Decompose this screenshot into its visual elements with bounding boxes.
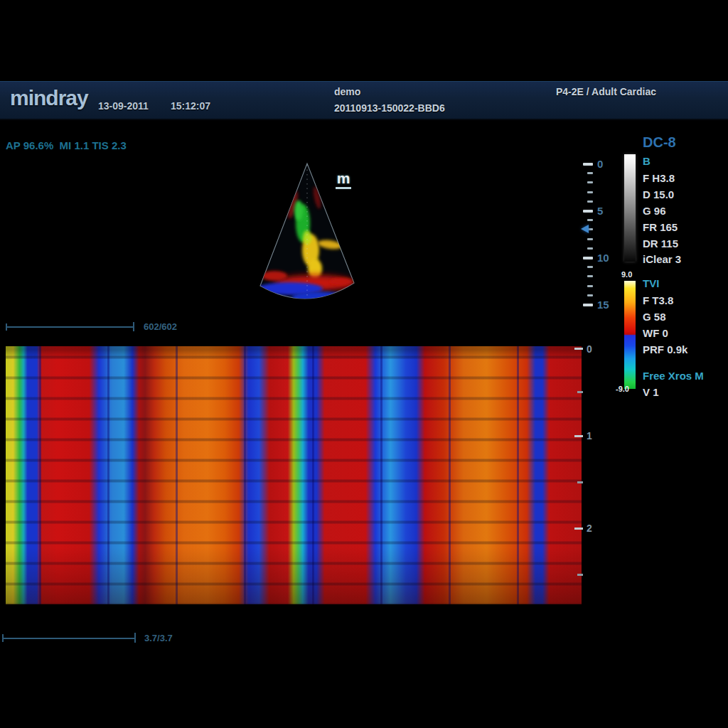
mmode-trace-image [6,346,582,604]
exam-date: 13-09-2011 [98,100,149,112]
depth-label: 5 [597,205,603,217]
tvi-param-prf: PRF 0.9k [643,343,687,355]
depth-label: 10 [597,252,609,264]
mmode-scale-tick [574,528,583,530]
depth-tick [587,275,593,277]
depth-tick [583,163,593,166]
depth-tick [587,219,593,221]
tvi-param-wallfilter: WF 0 [643,327,668,339]
tvi-param-gain: G 58 [643,311,666,323]
depth-tick [587,285,593,287]
tvi-color-map-bar [624,281,636,389]
tvi-scale-max: 9.0 [621,270,632,279]
cine-frame-counter: 602/602 [144,321,177,332]
cine-progress-line [6,326,134,328]
top-information-bar: mindray 13-09-2011 15:12:07 demo 2011091… [0,81,728,120]
mmode-scale-tick [574,348,583,350]
bmode-param-gain: G 96 [643,205,666,217]
gray-map-bar [624,154,636,262]
bmode-param-framerate: FR 165 [643,221,678,233]
depth-tick [587,294,593,296]
depth-scale [583,163,593,305]
patient-name: demo [334,86,360,97]
mmode-scale-tick [577,481,583,483]
exam-id: 20110913-150022-BBD6 [334,102,445,114]
mmode-orientation-marker: m [336,171,351,189]
probe-preset: P4-2E / Adult Cardiac [556,86,656,97]
mmode-scale-tick [577,391,583,393]
sweep-time-start-tick [2,634,4,642]
depth-tick [587,266,593,268]
sweep-time-line [2,638,135,639]
mmode-scale-label: 1 [587,430,592,441]
depth-tick [587,191,593,193]
sweep-time-end-tick [134,633,136,643]
mindray-logo: mindray [10,86,88,110]
depth-tick [583,210,593,213]
acoustic-output-status: AP 96.6% MI 1.1 TIS 2.3 [6,139,127,151]
bmode-param-frequency: F H3.8 [643,172,675,184]
mmode-scale-label: 2 [587,523,592,534]
depth-label: 15 [597,299,609,311]
mmode-scale-label: 0 [587,343,592,355]
cine-progress-end-tick [133,322,134,331]
mmode-scale-tick [577,574,583,576]
depth-tick [587,247,593,250]
bmode-label: B [643,155,651,167]
cine-progress-start-tick [6,323,7,331]
bmode-param-depth: D 15.0 [643,188,674,200]
depth-tick [587,172,593,174]
xros-param-v: V 1 [643,386,659,398]
ultrasound-screen: mindray 13-09-2011 15:12:07 demo 2011091… [0,0,728,728]
depth-tick [587,200,593,203]
depth-label: 0 [597,158,603,170]
depth-tick [583,304,593,306]
depth-tick [587,238,593,240]
sweep-time-counter: 3.7/3.7 [144,633,173,643]
tvi-param-frequency: F T3.8 [643,294,673,306]
depth-tick [587,181,593,183]
exam-time: 15:12:07 [171,100,210,112]
xros-mode-label: Free Xros M [643,370,704,382]
tvi-scale-min: -9.0 [616,385,629,393]
system-model: DC-8 [643,134,676,151]
mmode-scale-tick [574,435,583,437]
depth-tick [583,257,593,259]
focus-position-icon [581,225,589,233]
bmode-param-dynamicrange: DR 115 [643,237,678,250]
tvi-mode-label: TVI [643,277,659,289]
bmode-param-iclear: iClear 3 [643,253,681,265]
